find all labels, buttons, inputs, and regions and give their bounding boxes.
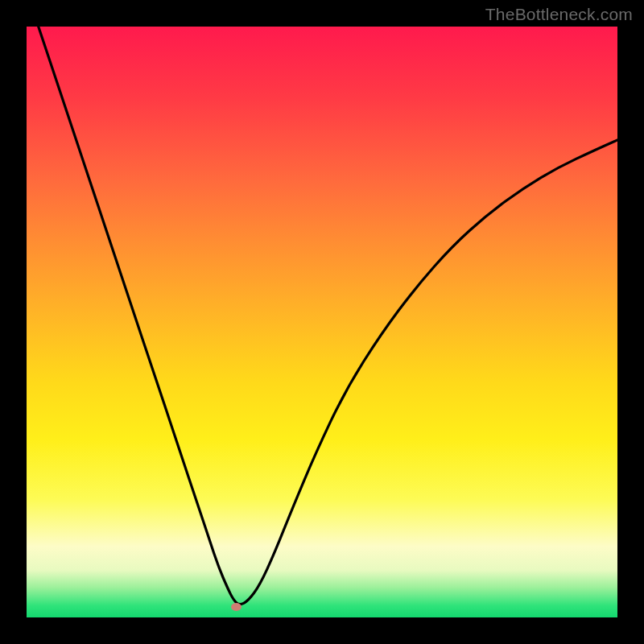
watermark-text: TheBottleneck.com	[485, 5, 633, 24]
chart-frame: TheBottleneck.com	[0, 0, 644, 644]
bottleneck-curve	[27, 27, 617, 617]
plot-area	[27, 27, 617, 617]
optimum-marker	[231, 603, 242, 611]
